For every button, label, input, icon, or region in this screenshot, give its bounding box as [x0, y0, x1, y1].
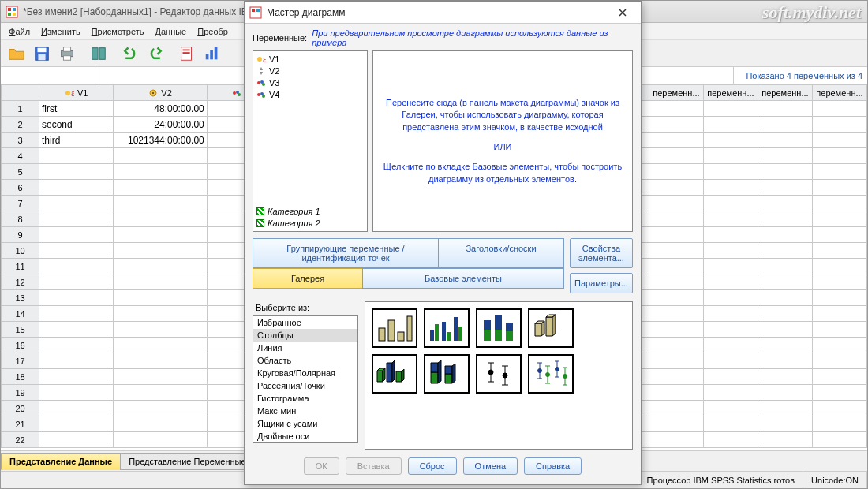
cell[interactable]	[114, 322, 207, 338]
col-header-v2[interactable]: V2	[114, 85, 207, 101]
tab-data-view[interactable]: Представление Данные	[1, 453, 121, 470]
cell[interactable]	[703, 227, 758, 243]
col-header-v1[interactable]: aV1	[39, 85, 114, 101]
cell[interactable]	[649, 306, 703, 322]
row-header[interactable]: 1	[2, 101, 39, 117]
gallery-list-item[interactable]: Гистограмма	[253, 392, 357, 405]
gallery-list-item[interactable]: Круговая/Полярная	[253, 367, 357, 379]
cell[interactable]	[39, 432, 114, 448]
cell[interactable]	[114, 432, 207, 448]
cell[interactable]	[812, 227, 866, 243]
row-header[interactable]: 6	[2, 180, 39, 196]
row-header[interactable]: 22	[2, 432, 39, 448]
row-header[interactable]: 4	[2, 148, 39, 164]
menu-transform[interactable]: Преобр	[193, 25, 233, 38]
cell[interactable]	[703, 322, 758, 338]
cell[interactable]	[758, 117, 812, 133]
corner-cell[interactable]	[2, 85, 39, 101]
cell[interactable]	[114, 401, 207, 416]
cell[interactable]	[39, 180, 114, 196]
row-header[interactable]: 5	[2, 164, 39, 180]
cell[interactable]: 1021344:00:00.00	[114, 133, 207, 148]
cell[interactable]	[812, 211, 866, 227]
element-properties-button[interactable]: Свойства элемента...	[570, 238, 633, 268]
cell[interactable]	[812, 259, 866, 274]
col-extra-3[interactable]: переменн...	[812, 85, 866, 101]
cell[interactable]	[649, 227, 703, 243]
cell[interactable]	[703, 385, 758, 401]
chart-thumb-stacked-bar[interactable]	[476, 308, 522, 348]
cell[interactable]	[114, 353, 207, 369]
cell[interactable]	[39, 369, 114, 385]
cell[interactable]	[114, 211, 207, 227]
cell[interactable]	[758, 164, 812, 180]
cell[interactable]	[39, 353, 114, 369]
cell[interactable]	[703, 196, 758, 211]
cell[interactable]	[39, 322, 114, 338]
cell[interactable]	[812, 353, 866, 369]
cell[interactable]	[649, 416, 703, 432]
cell[interactable]	[758, 322, 812, 338]
cell[interactable]	[649, 322, 703, 338]
cell[interactable]	[758, 432, 812, 448]
cell[interactable]	[703, 290, 758, 306]
cell[interactable]	[649, 290, 703, 306]
cell[interactable]	[703, 117, 758, 133]
row-header[interactable]: 15	[2, 322, 39, 338]
cell[interactable]	[649, 259, 703, 274]
chart-thumb-clustered-bar[interactable]	[424, 308, 470, 348]
cell[interactable]	[649, 117, 703, 133]
reset-button[interactable]: Сброс	[408, 457, 457, 475]
cell[interactable]	[39, 338, 114, 353]
cell[interactable]	[703, 101, 758, 117]
cell[interactable]	[649, 401, 703, 416]
row-header[interactable]: 20	[2, 401, 39, 416]
cell[interactable]	[812, 306, 866, 322]
cell[interactable]	[758, 290, 812, 306]
row-header[interactable]: 8	[2, 211, 39, 227]
cell[interactable]	[39, 416, 114, 432]
cell[interactable]	[812, 322, 866, 338]
cell[interactable]	[812, 243, 866, 259]
cell[interactable]	[114, 369, 207, 385]
row-header[interactable]: 3	[2, 133, 39, 148]
cell[interactable]	[758, 369, 812, 385]
report-icon[interactable]	[176, 43, 198, 65]
cell[interactable]	[114, 416, 207, 432]
cell[interactable]	[758, 243, 812, 259]
cell[interactable]	[114, 290, 207, 306]
cancel-button[interactable]: Отмена	[463, 457, 518, 475]
cell[interactable]	[703, 274, 758, 290]
cell[interactable]	[812, 338, 866, 353]
cell[interactable]	[649, 148, 703, 164]
cell[interactable]	[812, 401, 866, 416]
cell[interactable]	[703, 432, 758, 448]
chart-canvas-drop[interactable]: Перенесите сюда (в панель макета диаграм…	[372, 50, 633, 232]
menu-edit[interactable]: Изменить	[36, 25, 85, 38]
row-header[interactable]: 21	[2, 416, 39, 432]
cell[interactable]	[758, 416, 812, 432]
cell[interactable]	[39, 259, 114, 274]
cell[interactable]	[39, 148, 114, 164]
cell[interactable]	[39, 196, 114, 211]
chart-thumb-simple-bar[interactable]	[372, 308, 417, 348]
cell[interactable]	[812, 290, 866, 306]
cell[interactable]	[758, 401, 812, 416]
cell[interactable]	[703, 259, 758, 274]
row-header[interactable]: 12	[2, 274, 39, 290]
tab-titles-footnotes[interactable]: Заголовки/сноски	[438, 238, 564, 268]
cell[interactable]	[649, 101, 703, 117]
row-header[interactable]: 13	[2, 290, 39, 306]
row-header[interactable]: 10	[2, 243, 39, 259]
cell[interactable]	[649, 180, 703, 196]
chart-thumb-error-bar-clustered[interactable]	[528, 354, 574, 394]
row-header[interactable]: 16	[2, 338, 39, 353]
cell[interactable]	[114, 164, 207, 180]
cell[interactable]	[114, 274, 207, 290]
cell[interactable]	[649, 432, 703, 448]
cell[interactable]	[39, 227, 114, 243]
chart-thumb-3d-stacked[interactable]	[424, 354, 470, 394]
cell[interactable]	[758, 338, 812, 353]
cell[interactable]	[758, 306, 812, 322]
paste-button[interactable]: Вставка	[346, 457, 402, 475]
